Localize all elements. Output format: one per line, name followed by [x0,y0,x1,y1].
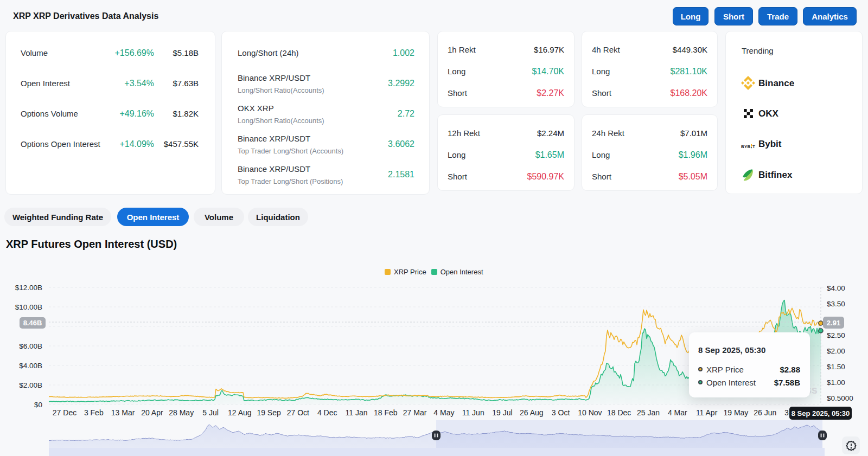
svg-text:4 Dec: 4 Dec [317,408,337,417]
svg-text:13 Mar: 13 Mar [111,408,135,417]
svg-text:4 May: 4 May [433,408,454,417]
svg-text:$4.00: $4.00 [827,284,845,292]
svg-text:$3.50: $3.50 [827,300,845,308]
svg-text:18 Feb: 18 Feb [374,408,398,417]
svg-text:11 Apr: 11 Apr [696,408,718,417]
svg-text:11 Jun: 11 Jun [462,408,484,417]
svg-text:3 Oct: 3 Oct [552,408,570,417]
svg-text:$1.50: $1.50 [827,363,845,371]
svg-text:27 Oct: 27 Oct [287,408,309,417]
svg-text:18 Dec: 18 Dec [607,408,631,417]
svg-text:T: T [752,144,755,149]
svg-text:25 Jan: 25 Jan [637,408,660,417]
svg-text:$4.00B: $4.00B [19,362,42,370]
svg-text:12 Aug: 12 Aug [228,408,252,417]
svg-text:$10.00B: $10.00B [15,303,42,311]
svg-text:5 Jul: 5 Jul [202,408,219,417]
svg-text:20 Apr: 20 Apr [141,408,163,417]
svg-text:$0.5000: $0.5000 [827,394,853,402]
svg-text:26 Aug: 26 Aug [520,408,544,417]
svg-text:27 Dec: 27 Dec [53,408,76,417]
svg-text:$6.00B: $6.00B [19,342,42,350]
svg-text:$0: $0 [34,401,42,409]
svg-text:26 Jun: 26 Jun [754,408,776,417]
svg-text:2.91: 2.91 [827,319,840,327]
svg-text:19 Sep: 19 Sep [257,408,281,417]
svg-text:11 Jan: 11 Jan [346,408,368,417]
svg-text:BYB: BYB [741,144,751,149]
svg-text:$2.00: $2.00 [827,347,845,355]
svg-text:8.46B: 8.46B [23,319,42,327]
svg-text:19 May: 19 May [723,408,748,417]
svg-text:28 May: 28 May [169,408,194,417]
svg-text:3 Feb: 3 Feb [84,408,104,417]
svg-text:$2.00B: $2.00B [19,381,42,389]
svg-text:8 Sep 2025, 05:30: 8 Sep 2025, 05:30 [792,409,850,418]
svg-text:19 Jul: 19 Jul [492,408,512,417]
svg-text:$2.50: $2.50 [827,331,845,339]
svg-text:10 Nov: 10 Nov [578,408,602,417]
svg-text:$12.00B: $12.00B [15,284,42,292]
svg-text:27 Mar: 27 Mar [403,408,427,417]
svg-text:$1.00: $1.00 [827,378,845,387]
svg-text:4 Mar: 4 Mar [668,408,687,417]
